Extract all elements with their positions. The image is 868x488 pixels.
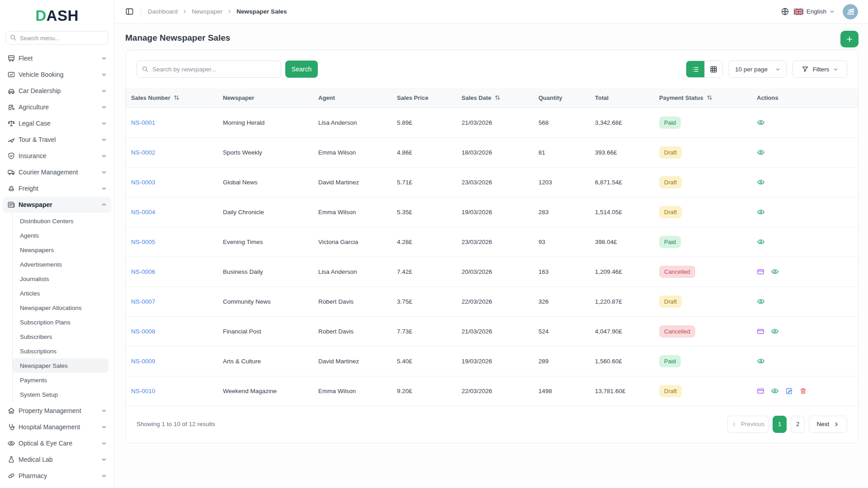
sidebar-subitem-articles[interactable]: Articles <box>13 286 108 300</box>
column-label: Quantity <box>538 94 562 101</box>
delete-action-icon[interactable] <box>799 387 807 395</box>
filters-button[interactable]: Filters <box>793 61 847 78</box>
column-header-actions: Actions <box>751 88 858 108</box>
status-badge: Paid <box>659 117 681 129</box>
quantity-cell: 93 <box>533 227 590 257</box>
column-label: Total <box>595 94 609 101</box>
view-action-icon[interactable] <box>757 297 765 305</box>
sidebar-item-vehicle-booking[interactable]: Vehicle Booking <box>0 66 114 83</box>
property-icon <box>7 407 19 415</box>
sidebar-item-freight[interactable]: Freight <box>0 180 114 197</box>
sidebar-item-property-management[interactable]: Property Management <box>0 403 114 419</box>
sales-number-link[interactable]: NS-0008 <box>126 316 217 346</box>
search-input[interactable] <box>137 61 281 78</box>
view-action-icon[interactable] <box>757 118 765 127</box>
sidebar-subitem-journalists[interactable]: Journalists <box>13 272 108 286</box>
list-view-button[interactable] <box>686 61 704 77</box>
sidebar-subitem-agents[interactable]: Agents <box>13 228 108 243</box>
sidebar-subitem-subscription-plans[interactable]: Subscription Plans <box>13 315 108 329</box>
page-button-2[interactable]: 2 <box>791 416 805 433</box>
view-action-icon[interactable] <box>757 238 765 246</box>
sort-icon[interactable] <box>495 95 500 100</box>
sidebar-item-label: Optical & Eye Care <box>19 440 101 447</box>
sidebar-item-optical-and-eye-care[interactable]: Optical & Eye Care <box>0 435 114 451</box>
sort-icon[interactable] <box>707 95 712 100</box>
sidebar-search-input[interactable] <box>5 31 108 45</box>
sidebar-subitem-newspapers[interactable]: Newspapers <box>13 243 108 257</box>
column-label: Payment Status <box>659 94 703 101</box>
sidebar-item-label: Freight <box>19 185 101 192</box>
sidebar-subitem-distribution-centers[interactable]: Distribution Centers <box>13 214 108 228</box>
actions-cell <box>751 197 858 227</box>
sales-number-link[interactable]: NS-0009 <box>126 346 217 376</box>
sidebar-item-car-dealership[interactable]: Car Dealership <box>0 83 114 99</box>
sidebar-subitem-subscribers[interactable]: Subscribers <box>13 329 108 344</box>
sales-number-link[interactable]: NS-0006 <box>126 257 217 286</box>
sales-number-link[interactable]: NS-0007 <box>126 286 217 316</box>
view-action-icon[interactable] <box>757 148 765 156</box>
payment-status-cell: Paid <box>654 108 751 137</box>
payment-action-icon[interactable] <box>757 328 764 335</box>
payment-action-icon[interactable] <box>757 268 764 276</box>
add-button[interactable]: + <box>840 31 859 47</box>
sidebar-item-insurance[interactable]: Insurance <box>0 148 114 164</box>
breadcrumb-item-dashboard[interactable]: Dashboard <box>148 8 178 15</box>
sidebar-item-hospital-management[interactable]: Hospital Management <box>0 419 114 435</box>
sidebar-item-courier-management[interactable]: Courier Management <box>0 164 114 180</box>
payment-status-cell: Cancelled <box>654 316 751 346</box>
sidebar-menu: FleetVehicle BookingCar DealershipAgricu… <box>0 50 114 484</box>
sales-number-link[interactable]: NS-0003 <box>126 167 217 197</box>
view-action-icon[interactable] <box>757 178 765 186</box>
sales-price-cell: 5.89£ <box>392 108 456 137</box>
column-header-payment-status[interactable]: Payment Status <box>654 88 751 108</box>
sidebar-subitem-system-setup[interactable]: System Setup <box>13 387 108 402</box>
sales-number-link[interactable]: NS-0004 <box>126 197 217 227</box>
sales-date-cell: 22/03/2026 <box>456 376 533 406</box>
column-header-sales-date[interactable]: Sales Date <box>456 88 533 108</box>
sales-number-link[interactable]: NS-0005 <box>126 227 217 257</box>
breadcrumb-item-newspaper[interactable]: Newspaper <box>192 8 222 15</box>
topbar-divider <box>141 7 141 16</box>
sales-number-link[interactable]: NS-0002 <box>126 137 217 167</box>
sidebar-item-legal-case[interactable]: Legal Case <box>0 115 114 131</box>
edit-action-icon[interactable] <box>785 387 793 395</box>
language-selector[interactable]: English <box>794 8 835 15</box>
sidebar-subitem-newspaper-sales[interactable]: Newspaper Sales <box>13 358 108 373</box>
sidebar-subitem-advertisements[interactable]: Advertisements <box>13 257 108 272</box>
view-action-icon[interactable] <box>771 387 779 395</box>
sidebar-subitem-subscriptions[interactable]: Subscriptions <box>13 344 108 358</box>
sidebar-toggle-icon[interactable] <box>125 7 134 16</box>
column-header-sales-number[interactable]: Sales Number <box>126 88 217 108</box>
previous-button[interactable]: Previous <box>727 416 769 433</box>
actions-group <box>757 387 856 395</box>
sidebar-subitem-payments[interactable]: Payments <box>13 373 108 387</box>
agent-cell: Robert Davis <box>313 316 392 346</box>
payment-status-cell: Draft <box>654 376 751 406</box>
payment-action-icon[interactable] <box>757 387 764 395</box>
view-action-icon[interactable] <box>757 357 765 365</box>
sidebar-item-medical-lab[interactable]: Medical Lab <box>0 451 114 468</box>
view-action-icon[interactable] <box>757 208 765 216</box>
sidebar-item-newspaper[interactable]: Newspaper <box>3 197 111 213</box>
avatar[interactable] <box>843 4 858 19</box>
grid-view-button[interactable] <box>704 61 722 77</box>
globe-icon[interactable] <box>781 7 789 16</box>
chevron-down-icon <box>833 67 838 72</box>
per-page-select[interactable]: 10 per page <box>729 61 787 78</box>
view-action-icon[interactable] <box>771 327 779 335</box>
flask-icon <box>7 455 19 464</box>
sidebar-subitem-newspaper-allocations[interactable]: Newspaper Allocations <box>13 300 108 315</box>
sidebar-item-fleet[interactable]: Fleet <box>0 50 114 66</box>
sales-number-link[interactable]: NS-0010 <box>126 376 217 406</box>
sort-icon[interactable] <box>174 95 179 100</box>
sidebar-item-pharmacy[interactable]: Pharmacy <box>0 468 114 484</box>
next-button[interactable]: Next <box>809 416 847 433</box>
total-cell: 1,209.46£ <box>590 257 654 286</box>
sidebar-item-agriculture[interactable]: Agriculture <box>0 99 114 115</box>
sidebar-item-tour-and-travel[interactable]: Tour & Travel <box>0 131 114 148</box>
sales-number-link[interactable]: NS-0001 <box>126 108 217 137</box>
view-action-icon[interactable] <box>771 267 779 276</box>
chevron-down-icon <box>101 121 107 126</box>
search-button[interactable]: Search <box>285 61 318 78</box>
page-button-1[interactable]: 1 <box>773 416 787 433</box>
